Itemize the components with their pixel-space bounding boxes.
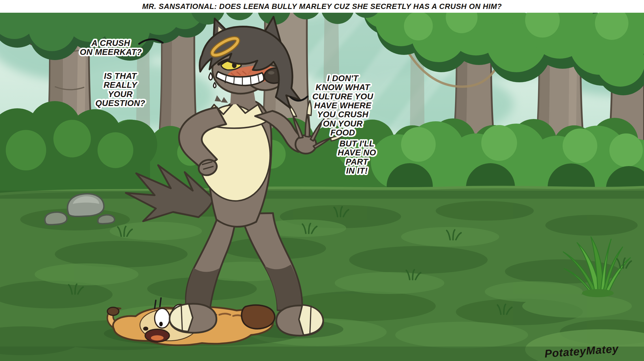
speech-no-part: BUT I'LL HAVE NO PART IN IT!: [325, 139, 389, 175]
question-banner: MR. SANSATIONAL: DOES LEENA BULLY MARLEY…: [0, 0, 644, 13]
question-banner-text: MR. SANSATIONAL: DOES LEENA BULLY MARLEY…: [142, 2, 502, 11]
comic-page: MR. SANSATIONAL: DOES LEENA BULLY MARLEY…: [0, 0, 644, 361]
meerkat-paw: [242, 305, 275, 329]
speech-is-that-really: IS THAT REALLY YOUR QUESTION?: [90, 72, 151, 108]
speech-culture: I DON'T KNOW WHAT CULTURE YOU HAVE WHERE…: [308, 74, 378, 137]
speech-crush-on-meerkat: A CRUSH ON MEERKAT?: [77, 39, 144, 57]
